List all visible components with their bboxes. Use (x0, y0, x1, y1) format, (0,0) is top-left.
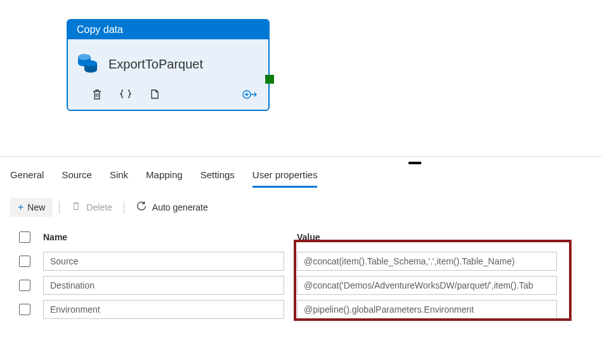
add-output-icon[interactable] (242, 88, 258, 101)
braces-icon[interactable] (119, 88, 133, 101)
panel-drag-handle[interactable] (409, 162, 421, 164)
trash-icon[interactable] (91, 88, 103, 101)
properties-tabs: General Source Sink Mapping Settings Use… (0, 166, 602, 188)
svg-point-1 (78, 55, 91, 60)
name-input[interactable] (43, 276, 284, 295)
tab-sink[interactable]: Sink (110, 166, 128, 188)
user-properties-table: Name Value (0, 223, 602, 322)
delete-button-label: Delete (86, 202, 112, 212)
activity-name: ExportToParquet (108, 57, 203, 72)
refresh-icon (136, 200, 147, 214)
table-row (19, 249, 592, 273)
table-row (19, 273, 592, 297)
col-header-value: Value (297, 232, 592, 242)
name-input[interactable] (43, 300, 284, 319)
auto-generate-label: Auto generate (152, 202, 208, 212)
tab-source[interactable]: Source (62, 166, 92, 188)
row-checkbox[interactable] (19, 256, 30, 267)
tab-settings[interactable]: Settings (200, 166, 235, 188)
select-all-checkbox[interactable] (19, 231, 30, 243)
table-header: Name Value (19, 226, 592, 249)
user-properties-toolbar: + New Delete Auto generate (0, 188, 602, 223)
pipeline-canvas[interactable]: Copy data ExportToParquet (0, 0, 602, 146)
plus-icon: + (18, 202, 23, 213)
value-input[interactable] (297, 276, 557, 295)
new-button[interactable]: + New (10, 198, 53, 217)
svg-point-3 (84, 61, 97, 67)
row-checkbox[interactable] (19, 280, 30, 291)
value-input[interactable] (297, 252, 557, 271)
row-checkbox[interactable] (19, 304, 30, 315)
separator (59, 201, 60, 214)
output-connector[interactable] (265, 75, 274, 84)
copy-data-activity[interactable]: Copy data ExportToParquet (67, 19, 270, 111)
database-icon (77, 52, 98, 77)
tab-user-properties[interactable]: User properties (252, 166, 318, 188)
col-header-name: Name (43, 232, 297, 242)
delete-button: Delete (66, 197, 117, 217)
value-input[interactable] (297, 300, 557, 319)
activity-header: Copy data (68, 20, 268, 39)
separator (124, 201, 124, 214)
name-input[interactable] (43, 252, 284, 271)
tab-general[interactable]: General (10, 166, 44, 188)
copy-icon[interactable] (148, 88, 160, 101)
table-row (19, 297, 592, 322)
trash-icon (71, 201, 81, 213)
tab-mapping[interactable]: Mapping (146, 166, 183, 188)
new-button-label: New (27, 202, 45, 212)
auto-generate-button[interactable]: Auto generate (131, 197, 213, 218)
